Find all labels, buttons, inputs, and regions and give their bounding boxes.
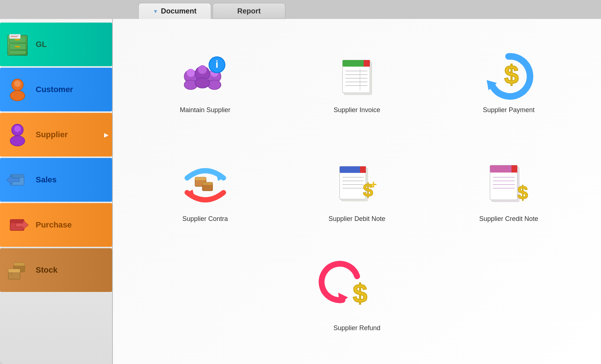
svg-point-12 — [14, 80, 21, 87]
module-supplier-payment[interactable]: $ Supplier Payment — [477, 46, 540, 119]
svg-text:$: $ — [517, 182, 528, 203]
sidebar-purchase-label: Purchase — [36, 220, 72, 230]
tab-document-label: Document — [161, 7, 197, 15]
supplier-debit-note-icon: $ + — [332, 160, 383, 211]
sidebar-customer-label: Customer — [36, 85, 73, 94]
sidebar-item-supplier[interactable]: Supplier ▶ — [0, 113, 112, 157]
main-panel: i Maintain Supplier — [113, 19, 601, 364]
customer-icon — [3, 75, 32, 104]
svg-rect-26 — [8, 269, 20, 272]
supplier-contra-icon — [180, 160, 231, 211]
sidebar-item-sales[interactable]: Sales — [0, 158, 112, 202]
sidebar-stock-label: Stock — [36, 265, 58, 275]
purchase-icon — [3, 210, 32, 240]
sidebar-item-purchase[interactable]: Purchase — [0, 203, 112, 247]
svg-rect-58 — [202, 182, 213, 185]
svg-rect-44 — [364, 60, 370, 67]
module-supplier-debit-note[interactable]: $ + Supplier Debit Note — [323, 154, 391, 228]
module-supplier-credit-note[interactable]: $ Supplier Credit Note — [474, 154, 543, 228]
tab-document[interactable]: ▼ Document — [138, 3, 211, 19]
supplier-invoice-label: Supplier Invoice — [333, 106, 380, 114]
svg-rect-5 — [15, 39, 20, 40]
sidebar-sales-label: Sales — [36, 175, 57, 185]
svg-rect-56 — [195, 177, 206, 180]
cabinet-icon — [3, 30, 32, 59]
sidebar-item-customer[interactable]: Customer — [0, 68, 112, 111]
sidebar-item-stock[interactable]: Stock — [0, 248, 112, 292]
svg-point-34 — [208, 80, 221, 90]
svg-point-15 — [14, 126, 21, 132]
svg-rect-4 — [9, 51, 26, 54]
sidebar-item-gl[interactable]: GL — [0, 23, 112, 66]
sidebar: GL Customer — [0, 19, 113, 364]
tab-report-label: Report — [237, 7, 261, 15]
content-area: GL Customer — [0, 19, 601, 364]
module-maintain-supplier[interactable]: i Maintain Supplier — [174, 46, 236, 119]
svg-text:+: + — [370, 178, 377, 191]
svg-text:i: i — [216, 59, 218, 70]
supplier-credit-note-icon: $ — [483, 160, 534, 211]
svg-point-16 — [10, 136, 25, 146]
svg-rect-7 — [9, 34, 20, 39]
svg-rect-74 — [511, 165, 517, 173]
sales-icon — [3, 165, 32, 194]
svg-rect-21 — [10, 219, 24, 223]
svg-point-13 — [10, 91, 25, 101]
supplier-payment-label: Supplier Payment — [483, 106, 534, 114]
supplier-invoice-icon — [332, 51, 383, 102]
sidebar-gl-label: GL — [36, 40, 47, 49]
tab-report[interactable]: Report — [213, 3, 285, 19]
supplier-refund-label: Supplier Refund — [333, 324, 380, 332]
supplier-refund-icon: $ — [332, 269, 383, 320]
svg-rect-24 — [14, 263, 25, 266]
stock-icon — [3, 256, 32, 285]
supplier-icon — [3, 120, 32, 149]
supplier-payment-icon: $ — [483, 51, 534, 102]
svg-point-37 — [195, 78, 210, 88]
supplier-contra-label: Supplier Contra — [182, 215, 228, 223]
svg-point-30 — [187, 69, 195, 77]
module-supplier-refund[interactable]: $ Supplier Refund — [326, 264, 388, 337]
tab-arrow-icon: ▼ — [153, 8, 158, 14]
sidebar-supplier-label: Supplier — [36, 130, 68, 139]
tab-bar: ▼ Document Report — [0, 0, 601, 19]
chevron-right-icon: ▶ — [104, 131, 108, 138]
main-container: ▼ Document Report — [0, 0, 601, 364]
svg-rect-6 — [15, 46, 20, 47]
module-supplier-contra[interactable]: Supplier Contra — [174, 154, 236, 228]
svg-rect-63 — [360, 166, 366, 173]
svg-point-36 — [198, 65, 207, 74]
supplier-credit-note-label: Supplier Credit Note — [479, 215, 538, 223]
supplier-debit-note-label: Supplier Debit Note — [328, 215, 385, 223]
maintain-supplier-icon: i — [180, 51, 231, 102]
svg-text:$: $ — [504, 60, 519, 89]
svg-rect-18 — [10, 174, 24, 178]
svg-text:$: $ — [352, 279, 367, 308]
maintain-supplier-label: Maintain Supplier — [180, 106, 230, 114]
module-supplier-invoice[interactable]: Supplier Invoice — [326, 46, 388, 119]
